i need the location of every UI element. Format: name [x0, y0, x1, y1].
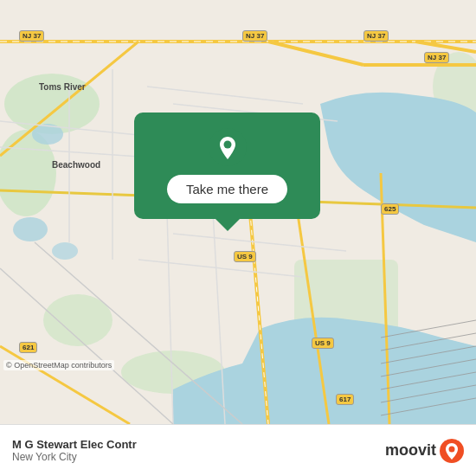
location-tooltip[interactable]: Take me there — [134, 113, 320, 219]
badge-621: 621 — [19, 342, 37, 353]
svg-point-10 — [52, 242, 78, 260]
label-beachwood: Beachwood — [52, 160, 100, 170]
osm-attribution: © OpenStreetMap contributors — [3, 360, 114, 370]
svg-point-45 — [449, 446, 455, 452]
svg-point-43 — [223, 141, 231, 149]
location-info: M G Stewart Elec Contr New York City — [12, 438, 137, 463]
badge-us9-1: US 9 — [234, 251, 256, 262]
badge-us9-2: US 9 — [312, 338, 334, 349]
badge-nj37-4: NJ 37 — [424, 52, 449, 63]
badge-625: 625 — [381, 203, 399, 215]
location-name: M G Stewart Elec Contr — [12, 438, 137, 451]
label-toms-river: Toms River — [39, 82, 86, 92]
location-city: New York City — [12, 451, 137, 463]
badge-nj37-3: NJ 37 — [363, 30, 389, 42]
svg-point-9 — [13, 217, 48, 241]
moovit-logo: moovit — [385, 439, 464, 463]
badge-617-bottom: 617 — [336, 394, 354, 405]
moovit-pin-icon — [440, 439, 464, 463]
moovit-text: moovit — [385, 441, 436, 460]
badge-nj37-1: NJ 37 — [19, 30, 44, 42]
badge-nj37-2: NJ 37 — [242, 30, 267, 42]
take-me-there-button[interactable]: Take me there — [167, 175, 287, 203]
map-container[interactable]: Toms River Beachwood NJ 37 NJ 37 NJ 37 N… — [0, 0, 476, 424]
pin-icon — [209, 128, 247, 166]
bottom-bar: M G Stewart Elec Contr New York City moo… — [0, 424, 476, 476]
